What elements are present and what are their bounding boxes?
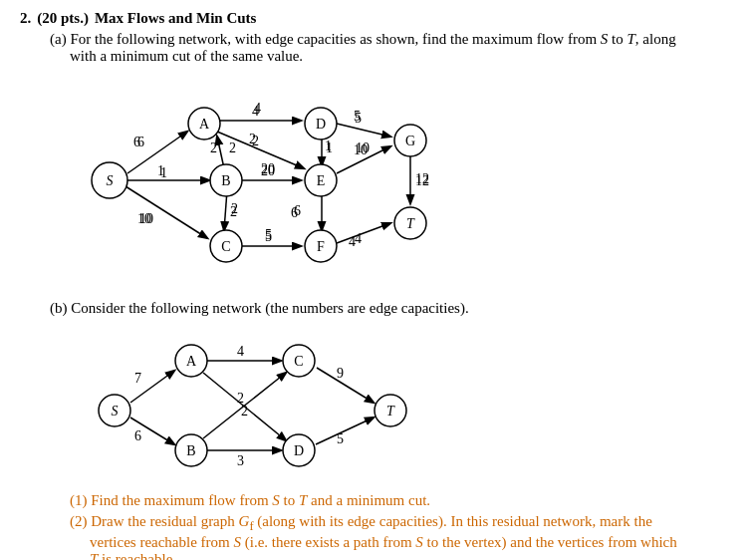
network-b-container: 7 6 4 2 3 2 9 5 S A B C (80, 321, 730, 484)
edge-ae-label: 2 (249, 132, 256, 146)
problem-number: 2. (20, 10, 31, 27)
svg-line-9 (337, 124, 390, 137)
node-b: B (221, 173, 230, 188)
part-b-text: Consider the following network (the numb… (71, 300, 468, 316)
edge-ef-label: 6 (291, 205, 298, 220)
svg-line-31 (316, 418, 374, 444)
part-a-text: For the following network, with edge cap… (70, 31, 675, 47)
node2-d: D (294, 443, 304, 458)
q2-num: (2) (70, 513, 91, 529)
q1-text: Find the maximum flow from S to T and a … (91, 492, 430, 508)
node2-b: B (186, 443, 195, 458)
svg-line-5 (217, 137, 224, 168)
edge-sb-label: 1 (160, 165, 167, 180)
problem-title: Max Flows and Min Cuts (95, 10, 257, 27)
edge-sa-label: 6 (133, 135, 140, 149)
part-b: (b) Consider the following network (the … (50, 300, 730, 317)
svg-line-30 (317, 368, 374, 403)
problem-header: 2. (20 pts.) Max Flows and Min Cuts (20, 10, 730, 27)
node2-s: S (112, 404, 119, 419)
node-t: T (406, 216, 415, 231)
part-a: (a) For the following network, with edge… (50, 31, 730, 65)
part-a-text2: with a minimum cut of the same value. (70, 48, 303, 64)
edge-sc-label: 10 (137, 211, 151, 226)
edge-eg-label: 10 (356, 140, 370, 155)
node2-t: T (386, 404, 395, 419)
node2-c: C (294, 354, 303, 369)
edge-ft-cap: 4 (355, 231, 362, 246)
node-s: S (107, 173, 114, 188)
node-f: F (317, 239, 325, 254)
node-c: C (221, 239, 230, 254)
edge-de-label: 1 (325, 139, 332, 153)
q2-text3: T is reachable. (90, 551, 176, 560)
edge2-sa-label: 7 (134, 371, 141, 386)
problem-points: (20 pts.) (37, 10, 89, 27)
edge2-bd-label: 3 (237, 453, 244, 468)
node2-a: A (186, 354, 197, 369)
edge2-ac-label: 4 (237, 344, 244, 359)
edge-ad-label: 4 (254, 101, 261, 116)
node-e: E (317, 173, 326, 188)
edge-ft-label: 4 (349, 234, 356, 249)
part-a-label: (a) (50, 31, 70, 47)
edge-dg-label: 5 (354, 109, 361, 124)
network-b-svg: 7 6 4 2 3 2 9 5 S A B C (80, 321, 438, 480)
edge-gt-label: 12 (415, 173, 429, 188)
q2-text: Draw the residual graph Gf (along with i… (91, 513, 652, 529)
edge-ba-cap: 2 (229, 140, 236, 155)
edge2-dt-label: 5 (337, 431, 344, 446)
node-d: D (316, 117, 326, 132)
edge-ab-label2: 2 (210, 140, 217, 155)
edge2-ct-label: 9 (337, 366, 344, 381)
node-a: A (199, 117, 210, 132)
edge2-bc-label: 2 (241, 404, 248, 419)
part-b-label: (b) (50, 300, 71, 316)
svg-line-13 (337, 223, 390, 243)
network-a-svg: 6 1 10 4 2 2 20 2 5 5 1 10 (70, 69, 488, 288)
q2-text2: vertices reachable from S (i.e. there ex… (90, 534, 677, 550)
edge2-sb-label: 6 (134, 428, 141, 443)
edge-cf-label: 5 (265, 227, 272, 242)
part-b-questions: (1) Find the maximum flow from S to T an… (70, 492, 730, 560)
node-g: G (405, 134, 415, 148)
network-a-container: 6 1 10 4 2 2 20 2 5 5 1 10 (70, 69, 730, 292)
edge-bc-label2: 2 (230, 204, 237, 219)
edge-be-label: 20 (261, 161, 275, 176)
q1-num: (1) (70, 492, 91, 508)
